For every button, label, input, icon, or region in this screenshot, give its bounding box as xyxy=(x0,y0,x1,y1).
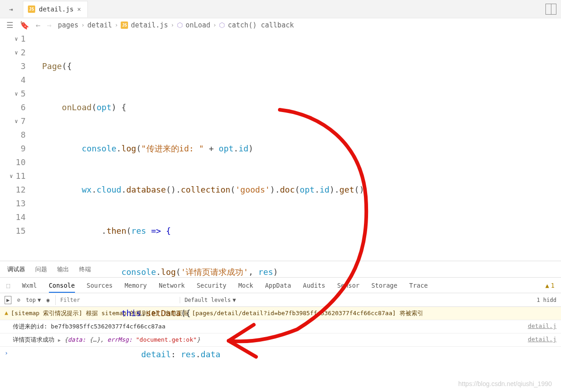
breadcrumb-item[interactable]: catch() callback xyxy=(228,21,294,29)
chevron-right-icon: › xyxy=(171,22,174,28)
fold-icon[interactable]: ∨ xyxy=(10,169,13,183)
breadcrumb-item[interactable]: detail.js xyxy=(131,21,168,29)
close-tab-icon[interactable]: × xyxy=(77,5,81,13)
file-tab-label: detail.js xyxy=(39,5,74,13)
code-area[interactable]: Page({ onLoad(opt) { console.log("传进来的id… xyxy=(34,32,561,261)
line-gutter: ∨1 ∨2 3 4 ∨5 6 ∨7 8 9 10 ∨11 12 13 14 15 xyxy=(0,32,34,261)
breadcrumb-item[interactable]: detail xyxy=(87,21,112,29)
inspect-icon[interactable]: ⬚ xyxy=(6,282,10,289)
menu-icon[interactable]: ☰ xyxy=(6,21,13,30)
editor-tab-bar: ⇥ JS detail.js × xyxy=(0,0,561,18)
file-tab[interactable]: JS detail.js × xyxy=(23,1,88,17)
editor-toolbar: ☰ 🔖 ← → pages › detail › JS detail.js › … xyxy=(0,18,561,32)
breadcrumb-item[interactable]: pages xyxy=(58,21,79,29)
split-editor-icon[interactable] xyxy=(545,4,556,15)
js-file-icon: JS xyxy=(28,5,35,13)
fold-icon[interactable]: ∨ xyxy=(15,32,18,46)
symbol-icon: ⬡ xyxy=(177,21,183,29)
nav-forward-icon[interactable]: → xyxy=(47,21,51,30)
chevron-right-icon: › xyxy=(115,22,118,28)
bookmark-icon[interactable]: 🔖 xyxy=(20,21,29,30)
chevron-right-icon: › xyxy=(213,22,216,28)
chevron-right-icon: › xyxy=(81,22,85,28)
clear-console-icon[interactable]: ⊘ xyxy=(17,297,20,303)
code-editor[interactable]: ∨1 ∨2 3 4 ∨5 6 ∨7 8 9 10 ∨11 12 13 14 15… xyxy=(0,32,561,261)
warning-icon: ▲ xyxy=(5,309,8,316)
tab-debugger[interactable]: 调试器 xyxy=(7,265,25,274)
play-icon[interactable]: ▶ xyxy=(5,296,11,304)
breadcrumb: pages › detail › JS detail.js › ⬡ onLoad… xyxy=(58,21,294,29)
js-file-icon: JS xyxy=(121,21,128,29)
breadcrumb-item[interactable]: onLoad xyxy=(186,21,210,29)
fold-icon[interactable]: ∨ xyxy=(15,114,18,128)
collapse-sidebar-icon[interactable]: ⇥ xyxy=(5,4,16,15)
nav-back-icon[interactable]: ← xyxy=(36,21,40,30)
fold-icon[interactable]: ∨ xyxy=(15,46,18,59)
watermark: https://blog.csdn.net/qiushi_1990 xyxy=(458,380,552,387)
fold-icon[interactable]: ∨ xyxy=(15,87,18,101)
symbol-icon: ⬡ xyxy=(219,21,225,29)
